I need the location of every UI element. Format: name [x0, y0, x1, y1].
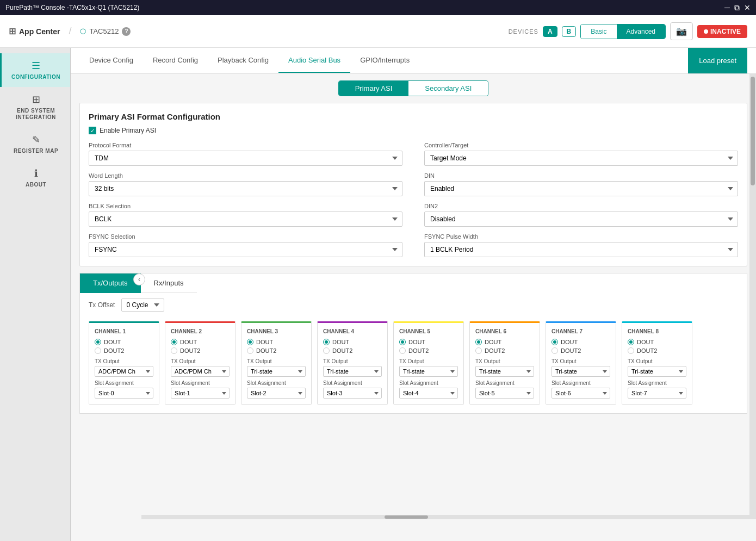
tab-device-config[interactable]: Device Config	[79, 48, 143, 73]
help-icon[interactable]: ?	[122, 27, 131, 36]
bottom-scrollbar-thumb[interactable]	[385, 515, 428, 519]
radio-label-dout-ch5: DOUT	[408, 339, 425, 345]
tab-gpio-interrupts[interactable]: GPIO/Interrupts	[350, 48, 419, 73]
radio-item-dout-ch4[interactable]: DOUT	[323, 339, 382, 345]
channel-3-slot-select[interactable]: Slot-2	[247, 388, 306, 399]
channel-1-slot-select[interactable]: Slot-0	[95, 388, 153, 399]
breadcrumb-separator: /	[69, 26, 71, 37]
load-preset-button[interactable]: Load preset	[688, 48, 747, 73]
enable-checkbox[interactable]	[89, 127, 96, 134]
radio-item-dout-ch8[interactable]: DOUT	[628, 339, 686, 345]
word-length-select[interactable]: 16 bits20 bits24 bits32 bits	[89, 181, 402, 196]
radio-item-dout-ch2[interactable]: DOUT	[171, 339, 230, 345]
radio-item-dout-ch7[interactable]: DOUT	[551, 339, 610, 345]
controller-target-select[interactable]: Target ModeController Mode	[424, 151, 738, 166]
radio-item-dout2-ch5[interactable]: DOUT2	[399, 347, 458, 354]
primary-asi-tab[interactable]: Primary ASI	[339, 81, 409, 96]
channel-6-slot-select[interactable]: Slot-5	[475, 388, 534, 399]
radio-item-dout-ch5[interactable]: DOUT	[399, 339, 458, 345]
status-label: INACTIVE	[710, 28, 741, 35]
channel-5-tx-select[interactable]: Tri-state Tri-state ADC/PDM Ch	[399, 366, 458, 377]
channel-8-tx-select[interactable]: Tri-state Tri-state ADC/PDM Ch	[628, 366, 686, 377]
radio-item-dout2-ch7[interactable]: DOUT2	[551, 347, 610, 354]
radio-label-dout2-ch1: DOUT2	[104, 347, 124, 354]
radio-circle-dout-ch5	[399, 339, 406, 345]
radio-item-dout-ch6[interactable]: DOUT	[475, 339, 534, 345]
sidebar-item-configuration[interactable]: ☰ CONFIGURATION	[0, 53, 70, 87]
sidebar-item-about[interactable]: ℹ ABOUT	[0, 161, 70, 195]
secondary-asi-tab[interactable]: Secondary ASI	[408, 81, 488, 96]
radio-circle-dout2-ch1	[95, 347, 101, 354]
channel-5-slot-select[interactable]: Slot-4	[399, 388, 458, 399]
scrollbar-thumb[interactable]	[751, 77, 755, 185]
top-header: ⊞ App Center / ⬡ TAC5212 ? DEVICES A B B…	[0, 15, 756, 48]
device-a-chip[interactable]: A	[543, 26, 557, 37]
primary-asi-config-panel: Primary ASI Format Configuration Enable …	[79, 103, 747, 266]
radio-circle-dout-ch3	[247, 339, 253, 345]
radio-circle-dout2-ch7	[551, 347, 558, 354]
right-scrollbar[interactable]	[749, 74, 756, 519]
window-controls: ─ ⧉ ✕	[724, 3, 751, 13]
channel-1-tx-select[interactable]: ADC/PDM Ch Tri-state ADC/PDM Ch	[95, 366, 153, 377]
basic-mode-button[interactable]: Basic	[581, 24, 616, 39]
devices-section: DEVICES A B Basic Advanced 📷 INACTIVE	[509, 22, 747, 40]
channel-4-slot-select[interactable]: Slot-3	[323, 388, 382, 399]
channel-1-header: CHANNEL 1	[95, 328, 153, 334]
fsync-selection-select[interactable]: FSYNCFSYNC2	[89, 242, 402, 257]
channel-7-slot-select[interactable]: Slot-6	[551, 388, 610, 399]
radio-item-dout2-ch8[interactable]: DOUT2	[628, 347, 686, 354]
channel-2-card: CHANNEL 2 DOUT DOUT2 TX Output ADC/PDM C…	[165, 321, 236, 405]
end-system-icon: ⊞	[32, 94, 40, 105]
channel-7-tx-select[interactable]: Tri-state Tri-state ADC/PDM Ch	[551, 366, 610, 377]
protocol-format-select[interactable]: TDMI2SLJRJ	[89, 151, 402, 166]
rx-inputs-tab[interactable]: Rx/Inputs	[141, 273, 197, 293]
sidebar-item-register-map[interactable]: ✎ REGISTER MAP	[0, 127, 70, 161]
chip-icon: ⬡	[80, 27, 86, 35]
tab-record-config[interactable]: Record Config	[143, 48, 208, 73]
radio-label-dout-ch3: DOUT	[256, 339, 273, 345]
device-b-chip[interactable]: B	[562, 26, 577, 37]
radio-item-dout2-ch4[interactable]: DOUT2	[323, 347, 382, 354]
main-layout: ☰ CONFIGURATION ⊞ END SYSTEM INTEGRATION…	[0, 48, 756, 541]
camera-icon: 📷	[676, 27, 687, 36]
channel-2-slot-select[interactable]: Slot-1	[171, 388, 230, 399]
bclk-selection-select[interactable]: BCLKBCLK2	[89, 212, 402, 227]
bottom-scrollbar[interactable]	[141, 515, 749, 519]
sidebar-collapse-button[interactable]: ‹	[133, 273, 145, 285]
radio-item-dout2-ch6[interactable]: DOUT2	[475, 347, 534, 354]
channel-7-slot-label: Slot Assignment	[551, 380, 610, 386]
minimize-icon[interactable]: ─	[724, 3, 730, 13]
radio-item-dout2-ch2[interactable]: DOUT2	[171, 347, 230, 354]
mode-buttons: Basic Advanced	[580, 24, 666, 39]
radio-label-dout2-ch4: DOUT2	[332, 347, 352, 354]
fsync-pulse-width-select[interactable]: 1 BCLK Period2 BCLK PeriodHalf Period	[424, 242, 738, 257]
restore-icon[interactable]: ⧉	[734, 3, 740, 13]
sidebar-item-end-system[interactable]: ⊞ END SYSTEM INTEGRATION	[0, 87, 70, 127]
din-select[interactable]: EnabledDisabled	[424, 181, 738, 196]
channel-2-tx-select[interactable]: ADC/PDM Ch Tri-state ADC/PDM Ch	[171, 366, 230, 377]
channel-4-tx-select[interactable]: Tri-state Tri-state ADC/PDM Ch	[323, 366, 382, 377]
close-icon[interactable]: ✕	[744, 3, 751, 13]
tx-offset-select[interactable]: 0 Cycle1 Cycle2 Cycle	[121, 299, 164, 312]
advanced-mode-button[interactable]: Advanced	[617, 24, 665, 39]
radio-item-dout-ch3[interactable]: DOUT	[247, 339, 306, 345]
radio-item-dout2-ch1[interactable]: DOUT2	[95, 347, 153, 354]
camera-button[interactable]: 📷	[670, 22, 693, 40]
app-center-button[interactable]: ⊞ App Center	[9, 26, 60, 36]
channel-4-card: CHANNEL 4 DOUT DOUT2 TX Output Tri-state…	[317, 321, 388, 405]
radio-circle-dout2-ch4	[323, 347, 330, 354]
channel-4-slot-label: Slot Assignment	[323, 380, 382, 386]
radio-item-dout2-ch3[interactable]: DOUT2	[247, 347, 306, 354]
radio-circle-dout-ch1	[95, 339, 101, 345]
tab-audio-serial-bus[interactable]: Audio Serial Bus	[278, 48, 350, 73]
channel-8-slot-select[interactable]: Slot-7	[628, 388, 686, 399]
title-bar: PurePath™ Console -TAC5x1x-Q1 (TAC5212) …	[0, 0, 756, 15]
bclk-selection-group: BCLK Selection BCLKBCLK2	[89, 203, 402, 227]
tab-playback-config[interactable]: Playback Config	[208, 48, 278, 73]
din2-select[interactable]: EnabledDisabled	[424, 212, 738, 227]
radio-label-dout-ch1: DOUT	[104, 339, 121, 345]
tx-outputs-tab[interactable]: Tx/Outputs	[80, 273, 141, 293]
radio-item-dout-ch1[interactable]: DOUT	[95, 339, 153, 345]
channel-3-tx-select[interactable]: Tri-state Tri-state ADC/PDM Ch	[247, 366, 306, 377]
channel-6-tx-select[interactable]: Tri-state Tri-state ADC/PDM Ch	[475, 366, 534, 377]
